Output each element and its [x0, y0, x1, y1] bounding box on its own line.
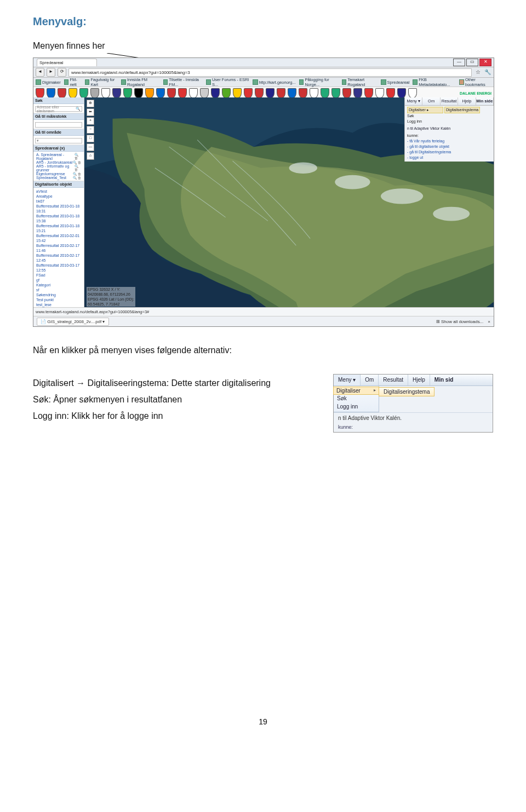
digitized-object-item[interactable]: Bufferresultat 2010-01-18 15:21: [35, 223, 82, 233]
map-tool-button[interactable]: −: [87, 126, 94, 134]
municipality-crest-icon[interactable]: [167, 88, 176, 98]
municipality-crest-icon[interactable]: [79, 88, 88, 98]
digitized-object-item[interactable]: test_lese: [35, 302, 82, 307]
right-tab[interactable]: Hjelp: [458, 97, 476, 105]
municipality-crest-icon[interactable]: [266, 88, 275, 98]
map-tool-button[interactable]: □: [87, 135, 94, 142]
municipality-crest-icon[interactable]: [211, 88, 220, 98]
municipality-crest-icon[interactable]: [397, 88, 406, 98]
municipality-crest-icon[interactable]: [353, 88, 362, 98]
municipality-crest-icon[interactable]: [123, 88, 132, 98]
bookmark-item[interactable]: Tilsette - Innsida FM...: [163, 77, 203, 87]
bookmark-item[interactable]: Digimaker: [36, 79, 61, 85]
digitized-object-item[interactable]: Arealtype: [35, 194, 82, 199]
municipality-crest-icon[interactable]: [299, 88, 307, 98]
digitized-object-item[interactable]: FSad: [35, 273, 82, 278]
mini-menu-sok[interactable]: Søk: [334, 394, 379, 402]
mini-tab[interactable]: Resultat: [379, 375, 408, 385]
url-field[interactable]: www.temakart-rogaland.no/default.aspx?gu…: [68, 68, 472, 77]
municipality-crest-icon[interactable]: [331, 88, 340, 98]
digitized-object-item[interactable]: Kategori: [35, 283, 82, 287]
layer-item[interactable]: AR5 - Informativ og grunner🔍 🗑: [35, 164, 82, 172]
digitized-object-item[interactable]: Test punkt: [35, 297, 82, 302]
bookmark-item[interactable]: FKB Metadatakatalo...: [413, 77, 453, 87]
municipality-crest-icon[interactable]: [68, 88, 77, 98]
digitized-object-item[interactable]: bk07: [35, 199, 82, 204]
layer-item[interactable]: A. Spredeareal - Rogaland🔍 🗑: [35, 153, 82, 160]
municipality-crest-icon[interactable]: [255, 88, 264, 98]
digitized-object-item[interactable]: Søkendring: [35, 292, 82, 297]
bookmark-item[interactable]: Fagutvalg for Kart: [85, 77, 118, 87]
municipality-crest-icon[interactable]: [134, 88, 143, 98]
right-tab[interactable]: Min side: [476, 97, 494, 105]
municipality-crest-icon[interactable]: [364, 88, 373, 98]
layer-item[interactable]: Eigedomsgrense🔍 🗑: [35, 172, 82, 176]
digitized-object-item[interactable]: aVtest: [35, 189, 82, 194]
map-tool-button[interactable]: +: [87, 117, 94, 125]
digitized-object-item[interactable]: Bufferresultat 2010-03-17 12:55: [35, 263, 82, 273]
municipality-crest-icon[interactable]: [178, 88, 187, 98]
right-tab[interactable]: Meny ▾: [405, 97, 422, 105]
municipality-crest-icon[interactable]: [189, 88, 198, 98]
municipality-crest-icon[interactable]: [90, 88, 99, 98]
municipality-crest-icon[interactable]: [321, 88, 329, 98]
mini-menu-logginn[interactable]: Logg inn: [334, 402, 379, 411]
bookmark-item[interactable]: http://kart.geonorg...: [253, 79, 296, 85]
nav-back-button[interactable]: ◄: [36, 68, 44, 77]
submenu-digitaliseringstema[interactable]: Digitaliseringstema: [444, 107, 480, 113]
reload-button[interactable]: ⟳: [58, 68, 66, 77]
municipality-crest-icon[interactable]: [233, 88, 242, 98]
municipality-crest-icon[interactable]: [342, 88, 351, 98]
map-tool-button[interactable]: ⬌: [87, 108, 94, 116]
window-close-button[interactable]: ✕: [479, 59, 491, 66]
right-tab[interactable]: Resultat: [441, 97, 458, 105]
municipality-crest-icon[interactable]: [244, 88, 253, 98]
area-select[interactable]: ▾: [35, 138, 82, 143]
municipality-crest-icon[interactable]: [408, 88, 417, 98]
download-item[interactable]: 📄 GIS_strategi_2008_2v....pdf ▾: [37, 318, 109, 326]
settings-wrench-icon[interactable]: 🔧: [484, 68, 491, 76]
municipality-crest-icon[interactable]: [375, 88, 384, 98]
municipality-crest-icon[interactable]: [47, 88, 55, 98]
menu-item-digitaliser[interactable]: Digitaliser ▸: [407, 107, 443, 113]
municipality-crest-icon[interactable]: [277, 88, 285, 98]
bookmark-item[interactable]: Temakart Rogaland: [342, 77, 378, 87]
browser-tab[interactable]: Spredeareal: [37, 59, 97, 66]
digitized-object-item[interactable]: Bufferresultat 2010-02-01 15:42: [35, 233, 82, 243]
bookmark-item[interactable]: FM-nett: [64, 77, 82, 87]
layer-item[interactable]: AR5 - Jordbruksareal🔍 🗑: [35, 160, 82, 164]
municipality-crest-icon[interactable]: [156, 88, 165, 98]
bookmark-item[interactable]: User Forums - ESRI S...: [206, 77, 249, 87]
bookmark-item[interactable]: Spredeareal: [381, 79, 410, 85]
map-tool-button[interactable]: ⌂: [87, 152, 94, 160]
municipality-crest-icon[interactable]: [310, 88, 318, 98]
digitized-object-item[interactable]: gf: [35, 278, 82, 283]
menu-item-sok[interactable]: Søk: [407, 113, 491, 119]
map-canvas[interactable]: ⊕⬌+−□—⌂ EPSG 32632 X / Y: 0420688.68, 67…: [84, 97, 494, 308]
bookmark-item[interactable]: Pålogging for Norge...: [299, 77, 339, 87]
digitized-object-item[interactable]: sf: [35, 287, 82, 292]
mini-submenu-item[interactable]: Digitaliseringstema: [379, 387, 434, 396]
window-min-button[interactable]: —: [453, 59, 465, 66]
scale-input[interactable]: [35, 122, 82, 128]
nav-forward-button[interactable]: ►: [47, 68, 55, 77]
digitized-object-item[interactable]: Bufferresultat 2010-02-17 12:45: [35, 253, 82, 263]
mini-tab[interactable]: Min sid: [430, 375, 458, 385]
mini-menu-digitaliser[interactable]: Digitaliser▸: [333, 387, 379, 395]
layer-item[interactable]: Spredeareal_Test🔍 🗑: [35, 176, 82, 180]
mini-tab[interactable]: Hjelp: [408, 375, 430, 385]
downloads-close-button[interactable]: ×: [488, 319, 490, 324]
municipality-crest-icon[interactable]: [200, 88, 209, 98]
municipality-crest-icon[interactable]: [101, 88, 110, 98]
digitized-object-item[interactable]: Bufferresultat 2010-02-17 11:46: [35, 243, 82, 253]
bookmark-other[interactable]: Other bookmarks: [459, 77, 491, 87]
municipality-crest-icon[interactable]: [58, 88, 66, 98]
municipality-crest-icon[interactable]: [112, 88, 121, 98]
municipality-crest-icon[interactable]: [288, 88, 296, 98]
digitized-object-item[interactable]: Bufferresultat 2010-01-18 15:38: [35, 214, 82, 223]
mini-tab[interactable]: Meny ▾: [334, 375, 361, 385]
bookmark-item[interactable]: Innsida FM Rogaland: [121, 77, 159, 87]
municipality-crest-icon[interactable]: [145, 88, 154, 98]
municipality-crest-icon[interactable]: [222, 88, 231, 98]
map-tool-button[interactable]: ⊕: [87, 100, 94, 107]
